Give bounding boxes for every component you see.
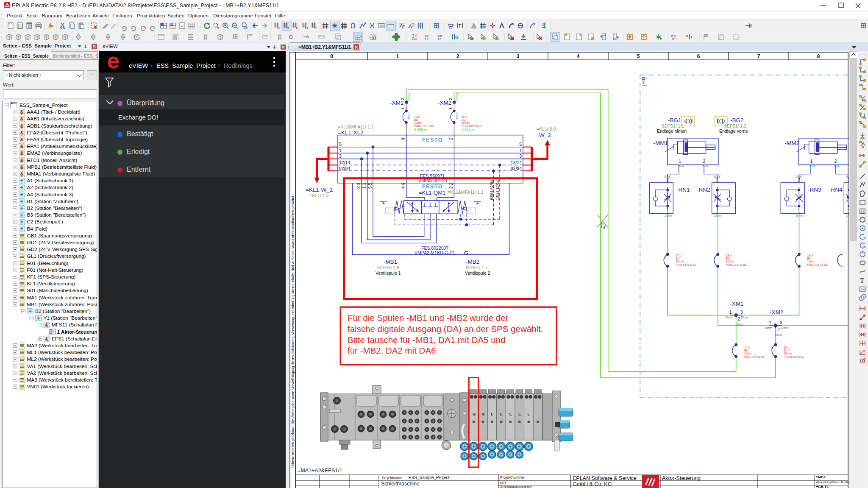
svg-text:-MB1: -MB1 [384, 259, 397, 265]
svg-text:&: & [20, 165, 23, 170]
svg-text:123: 123 [412, 37, 417, 40]
svg-text:ESS_Sample_Project: ESS_Sample_Project [409, 475, 449, 480]
svg-text:GD2 (24 V Versorgung SPS-Signa: GD2 (24 V Versorgung SPS-Signale) [27, 246, 97, 252]
svg-text:Ventilspule 1: Ventilspule 1 [376, 270, 401, 276]
svg-text:10mm: 10mm [765, 326, 772, 329]
svg-text:0: 0 [686, 34, 688, 38]
svg-text:KF1 (SPS-Steuerung): KF1 (SPS-Steuerung) [27, 274, 76, 280]
svg-text:3 3: 3 3 [356, 183, 361, 189]
svg-text:3: 3 [740, 310, 743, 315]
svg-text:E: E [518, 412, 521, 416]
svg-text:&: & [20, 117, 23, 121]
svg-text:10mm: 10mm [676, 260, 684, 263]
svg-text:AAA1 (Titel- / Deckblatt): AAA1 (Titel- / Deckblatt) [27, 109, 81, 115]
svg-text:G: G [482, 412, 485, 416]
svg-text:BU: BU [744, 349, 748, 352]
svg-text:19-o: 19-o [807, 254, 813, 257]
svg-text:1: 1 [769, 320, 771, 325]
svg-text:16-o: 16-o [784, 346, 790, 349]
svg-text:G: G [473, 412, 476, 416]
svg-text:E01 (Beleuchtung): E01 (Beleuchtung) [27, 260, 69, 266]
svg-text:PUN-10X1,5-BL: PUN-10X1,5-BL [676, 263, 696, 266]
svg-text:VA2 (Werkstück bearbeiten: Sch: VA2 (Werkstück bearbeiten: Schleif [27, 370, 97, 376]
svg-text:-RN4: -RN4 [829, 187, 843, 193]
svg-text:0.295 m: 0.295 m [414, 128, 427, 132]
svg-text:B2 (Station "Bearbeiten"): B2 (Station "Bearbeiten") [35, 308, 91, 314]
svg-text:C: C [296, 26, 299, 30]
svg-text:4: 4 [577, 53, 580, 59]
svg-text:14-o: 14-o [744, 346, 750, 349]
svg-text:&: & [20, 172, 23, 176]
svg-text:E: E [491, 412, 493, 416]
svg-text:12: 12 [425, 37, 428, 41]
svg-text:20mm: 20mm [456, 93, 459, 101]
svg-text:Ventilspule 2: Ventilspule 2 [465, 270, 490, 276]
svg-text:-BG2: -BG2 [730, 117, 744, 123]
svg-text:10mm: 10mm [725, 316, 733, 319]
svg-text:+1: +1 [415, 34, 418, 37]
svg-text:E: E [509, 412, 512, 416]
svg-text:10mm: 10mm [735, 323, 743, 326]
svg-text:EPA1 (Artikelsummenstückliste): EPA1 (Artikelsummenstückliste) [27, 143, 97, 149]
svg-text:VMPA2-M1BH-G-P1: VMPA2-M1BH-G-P1 [415, 250, 455, 255]
svg-text:&: & [20, 144, 23, 149]
svg-text:&: & [20, 158, 23, 163]
svg-text:8EP51/ 1.3: 8EP51/ 1.3 [724, 123, 746, 128]
svg-text:L: L [528, 412, 530, 416]
svg-text:8EP51/ 1.7: 8EP51/ 1.7 [466, 265, 488, 270]
svg-text:7: 7 [757, 53, 760, 59]
svg-text:10mm: 10mm [714, 214, 721, 217]
svg-text:20mm: 20mm [408, 93, 411, 101]
svg-text:10mm: 10mm [784, 352, 792, 355]
svg-text:1 1: 1 1 [362, 183, 367, 189]
svg-text:8: 8 [674, 34, 676, 38]
svg-text:Bitte tausche für -MB1, DA1 mi: Bitte tausche für -MB1, DA1 mit DA5 und [348, 335, 506, 345]
svg-text:MB1 (Werkstück zuführen: Posit: MB1 (Werkstück zuführen: Position [27, 301, 97, 307]
svg-text:B4 (Feld): B4 (Feld) [27, 226, 48, 232]
svg-text:A4 (Schaltschrank 3): A4 (Schaltschrank 3) [27, 192, 74, 198]
svg-text:0: 0 [671, 34, 673, 38]
svg-text:3: 3 [517, 53, 520, 59]
svg-text:=KL1-XL2: =KL1-XL2 [338, 129, 363, 136]
svg-text:ADB1 (Strukturbeschreibung): ADB1 (Strukturbeschreibung) [27, 123, 92, 129]
svg-text:12/14 12/14: 12/14 12/14 [495, 180, 500, 200]
svg-text:4 4: 4 4 [401, 183, 406, 189]
svg-text:Schleifmaschine: Schleifmaschine [381, 481, 420, 487]
svg-text:Aktor-Steuerung: Aktor-Steuerung [662, 475, 701, 481]
svg-text:1: 1 [666, 209, 669, 213]
svg-text:1: 1 [401, 107, 405, 109]
svg-text:=KL1-W_1: =KL1-W_1 [306, 187, 333, 193]
svg-text:3: 3 [519, 153, 522, 159]
svg-text:100: 100 [242, 27, 247, 30]
svg-text:BU: BU [784, 349, 788, 352]
svg-text:2: 2 [716, 178, 718, 182]
svg-text:82/84: 82/84 [339, 166, 350, 171]
svg-text:PUN-10X1,5-BL: PUN-10X1,5-BL [744, 355, 765, 358]
svg-text:VN01 (Werkstück lackieren): VN01 (Werkstück lackieren) [27, 384, 89, 390]
svg-text:2: 2 [738, 316, 740, 321]
svg-text:2: 2 [449, 137, 453, 140]
svg-text:-XM2: -XM2 [438, 100, 451, 106]
svg-text:5: 5 [519, 142, 522, 147]
svg-text:10mm: 10mm [796, 214, 803, 217]
svg-text:10mm: 10mm [414, 121, 422, 124]
svg-text:8: 8 [817, 53, 820, 59]
svg-text:1: 1 [448, 107, 453, 109]
svg-text:FESTO: FESTO [422, 137, 443, 143]
svg-text:+GB.Y1: +GB.Y1 [816, 485, 829, 488]
svg-text:EPLAN Software & Service: EPLAN Software & Service [573, 475, 637, 481]
svg-text:&: & [45, 337, 48, 341]
svg-text:BU: BU [414, 118, 418, 121]
svg-text:2: 2 [835, 159, 837, 164]
svg-text:15-o: 15-o [462, 115, 467, 118]
svg-text:A2 (Schaltschrank 2): A2 (Schaltschrank 2) [27, 184, 74, 190]
svg-text:5: 5 [339, 142, 342, 147]
svg-text:10mm: 10mm [462, 121, 470, 124]
svg-text:2: 2 [401, 98, 405, 100]
svg-text:FESTO: FESTO [422, 184, 443, 190]
svg-text:=MB1: =MB1 [816, 475, 826, 479]
svg-text:falsche digitale Ausgang (DA): falsche digitale Ausgang (DA) an der SPS… [348, 324, 543, 334]
svg-text:Ω: Ω [289, 34, 293, 40]
svg-text:-MM2: -MM2 [785, 140, 800, 146]
svg-text:1: 1 [798, 209, 800, 213]
